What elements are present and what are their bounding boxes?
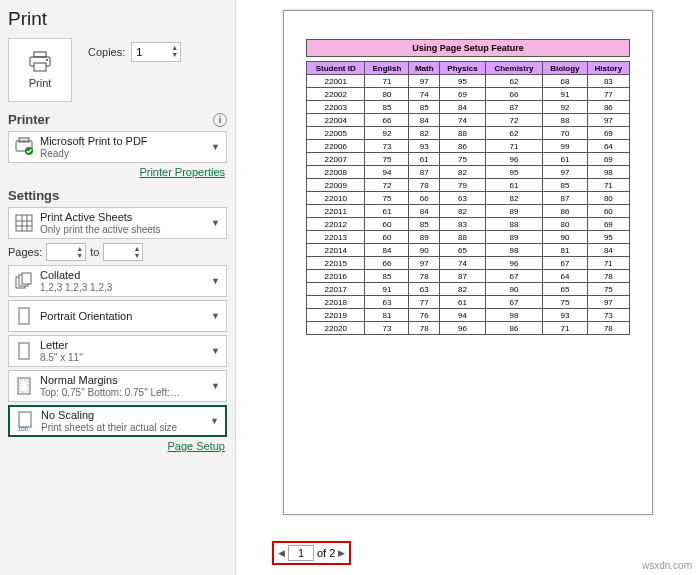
table-row: 22011618482898660	[307, 205, 630, 218]
paper-select[interactable]: Letter 8.5" x 11" ▼	[8, 335, 227, 367]
svg-point-6	[25, 147, 33, 155]
spinner-arrows[interactable]: ▲▼	[171, 44, 178, 58]
page-total: of 2	[317, 547, 335, 559]
copies-input[interactable]: ▲▼	[131, 42, 181, 62]
printer-status: Ready	[40, 148, 206, 160]
table-row: 22008948782959798	[307, 166, 630, 179]
svg-text:100: 100	[18, 426, 29, 432]
preview-table: Student IDEnglishMathPhysicsChemistryBio…	[306, 61, 630, 335]
current-page-input[interactable]	[288, 545, 314, 561]
table-header: History	[587, 62, 629, 75]
svg-point-3	[46, 59, 48, 61]
table-row: 22016857887676478	[307, 270, 630, 283]
printer-select[interactable]: Microsoft Print to PDF Ready ▼	[8, 131, 227, 163]
printer-properties-link[interactable]: Printer Properties	[8, 166, 225, 178]
copies-row: Copies: ▲▼	[88, 42, 181, 62]
page-setup-link[interactable]: Page Setup	[8, 440, 225, 452]
pages-from[interactable]: ▲▼	[46, 243, 86, 261]
table-row: 22004668474728897	[307, 114, 630, 127]
table-row: 22007756175966169	[307, 153, 630, 166]
table-header: Physics	[440, 62, 486, 75]
portrait-icon	[13, 306, 35, 326]
chevron-down-icon: ▼	[211, 346, 222, 356]
table-header: Student ID	[307, 62, 365, 75]
print-button[interactable]: Print	[8, 38, 72, 102]
table-row: 22015669774966771	[307, 257, 630, 270]
svg-rect-14	[22, 273, 31, 284]
table-row: 22002807469669177	[307, 88, 630, 101]
print-panel: Print Print Copies: ▲▼ Printer i Microso…	[0, 0, 236, 575]
printer-heading: Printer i	[8, 112, 227, 127]
table-row: 22013608988899095	[307, 231, 630, 244]
chevron-down-icon: ▼	[211, 381, 222, 391]
table-header: English	[365, 62, 409, 75]
chevron-down-icon: ▼	[211, 276, 222, 286]
collate-select[interactable]: Collated 1,2,3 1,2,3 1,2,3 ▼	[8, 265, 227, 297]
table-row: 22020737896867178	[307, 322, 630, 335]
table-header: Biology	[543, 62, 588, 75]
table-row: 22009727879618571	[307, 179, 630, 192]
table-row: 22012608583888069	[307, 218, 630, 231]
svg-rect-15	[19, 308, 29, 324]
next-page-button[interactable]: ▶	[338, 548, 345, 558]
copies-field[interactable]	[132, 46, 166, 58]
table-row: 22019817694989373	[307, 309, 630, 322]
prev-page-button[interactable]: ◀	[278, 548, 285, 558]
svg-rect-19	[19, 412, 31, 427]
margins-select[interactable]: Normal Margins Top: 0.75" Bottom: 0.75" …	[8, 370, 227, 402]
chevron-down-icon: ▼	[211, 142, 222, 152]
table-row: 22017916382906575	[307, 283, 630, 296]
table-header: Math	[409, 62, 440, 75]
pages-label: Pages:	[8, 246, 42, 258]
paper-icon	[13, 341, 35, 361]
svg-rect-16	[19, 343, 29, 359]
copies-label: Copies:	[88, 46, 125, 58]
printer-name: Microsoft Print to PDF	[40, 135, 206, 148]
chevron-down-icon: ▼	[211, 311, 222, 321]
svg-rect-2	[34, 63, 46, 71]
preview-pane: Using Page Setup Feature Student IDEngli…	[236, 0, 700, 575]
chevron-down-icon: ▼	[210, 416, 221, 426]
scaling-icon: 100	[14, 410, 36, 432]
table-row: 22010756663828780	[307, 192, 630, 205]
scaling-select[interactable]: 100 No Scaling Print sheets at their act…	[8, 405, 227, 437]
printer-icon	[27, 51, 53, 73]
orientation-select[interactable]: Portrait Orientation ▼	[8, 300, 227, 332]
table-row: 22018637761677597	[307, 296, 630, 309]
sheets-icon	[13, 213, 35, 233]
pages-row: Pages: ▲▼ to ▲▼	[8, 243, 227, 261]
table-row: 22003858584879286	[307, 101, 630, 114]
svg-rect-0	[34, 52, 46, 57]
page-preview: Using Page Setup Feature Student IDEngli…	[283, 10, 653, 515]
pages-to-label: to	[90, 246, 99, 258]
print-button-label: Print	[29, 77, 52, 89]
info-icon[interactable]: i	[213, 113, 227, 127]
table-row: 22006739386719964	[307, 140, 630, 153]
printer-small-icon	[13, 137, 35, 157]
margins-icon	[13, 376, 35, 396]
preview-banner: Using Page Setup Feature	[306, 39, 630, 57]
pages-to[interactable]: ▲▼	[103, 243, 143, 261]
table-row: 22005928288627069	[307, 127, 630, 140]
page-title: Print	[8, 8, 227, 30]
svg-rect-7	[16, 215, 32, 231]
collate-icon	[13, 272, 35, 290]
page-navigator: ◀ of 2 ▶	[272, 541, 351, 565]
table-row: 22014849065988184	[307, 244, 630, 257]
watermark: wsxdn.com	[642, 560, 692, 571]
table-header: Chemistry	[485, 62, 542, 75]
settings-heading: Settings	[8, 188, 227, 203]
print-what-select[interactable]: Print Active Sheets Only print the activ…	[8, 207, 227, 239]
table-row: 22001719795626883	[307, 75, 630, 88]
chevron-down-icon: ▼	[211, 218, 222, 228]
